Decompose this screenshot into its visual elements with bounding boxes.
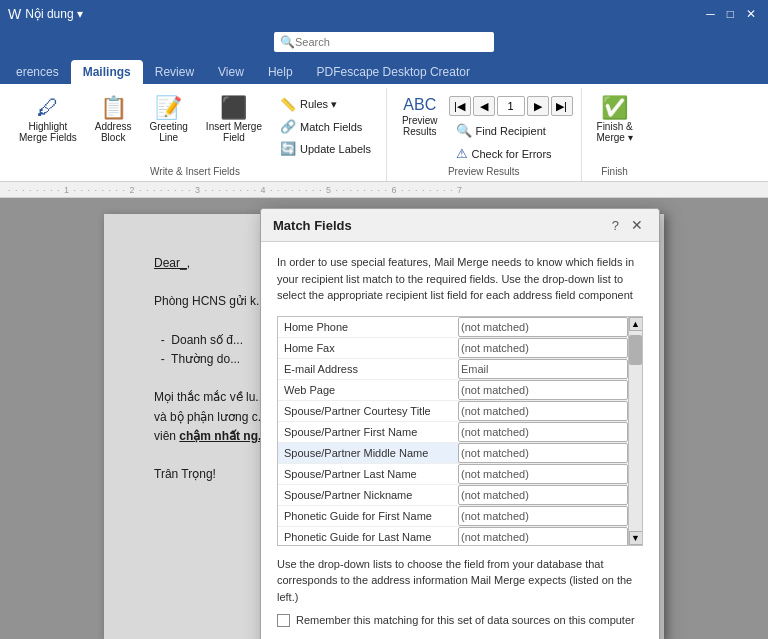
select-wrap-spouse-middle: (not matched) [458,443,628,463]
modal-description: In order to use special features, Mail M… [277,254,643,304]
match-row-web: Web Page (not matched) [278,380,628,401]
field-select-home-fax[interactable]: (not matched) [458,338,628,358]
match-row-spouse-nickname: Spouse/Partner Nickname (not matched) [278,485,628,506]
nav-controls: |◀ ◀ ▶ ▶| 🔍 Find Recipient [449,92,573,164]
update-labels-icon: 🔄 [280,141,296,156]
nav-next-btn[interactable]: ▶ [527,96,549,116]
modal-overlay: Match Fields ? ✕ In order to use special… [0,198,768,639]
modal-body: In order to use special features, Mail M… [261,242,659,639]
select-wrap-spouse-nickname: (not matched) [458,485,628,505]
select-wrap-phonetic-first: (not matched) [458,506,628,526]
tab-mailings[interactable]: Mailings [71,60,143,84]
preview-results-btn[interactable]: ABC PreviewResults [395,92,445,142]
nav-row: |◀ ◀ ▶ ▶| [449,96,573,116]
write-insert-fields-group: 🖊 HighlightMerge Fields 📋 AddressBlock 📝… [4,88,387,181]
address-block-btn[interactable]: 📋 AddressBlock [88,92,139,148]
preview-col: 🔍 Find Recipient ⚠ Check for Errors [449,118,573,164]
scrollbar-thumb[interactable] [629,335,642,365]
check-errors-btn[interactable]: ⚠ Check for Errors [449,143,573,164]
preview-results-label: PreviewResults [402,115,438,137]
field-select-email[interactable]: Email (not matched) [458,359,628,379]
field-label-spouse-last: Spouse/Partner Last Name [278,465,458,483]
insert-merge-label: Insert MergeField [206,121,262,143]
update-labels-btn[interactable]: 🔄 Update Labels [273,138,378,159]
checkbox-row: Remember this matching for this set of d… [277,613,643,628]
search-input-wrap[interactable]: 🔍 [274,32,494,52]
search-input[interactable] [295,36,488,48]
preview-results-items: ABC PreviewResults |◀ ◀ ▶ ▶| [395,88,573,164]
insert-merge-field-btn[interactable]: ⬛ Insert MergeField [199,92,269,148]
field-select-spouse-middle[interactable]: (not matched) [458,443,628,463]
match-fields-label: Match Fields [300,121,362,133]
find-recipient-label: Find Recipient [476,125,546,137]
match-table-scroll[interactable]: Home Phone (not matched) Home Fax [278,317,628,545]
nav-last-btn[interactable]: ▶| [551,96,573,116]
finish-group: ✅ Finish &Merge ▾ Finish [582,88,648,181]
field-label-home-phone: Home Phone [278,318,458,336]
field-select-spouse-nickname[interactable]: (not matched) [458,485,628,505]
search-icon: 🔍 [280,35,295,49]
tab-view[interactable]: View [206,60,256,84]
field-label-spouse-first: Spouse/Partner First Name [278,423,458,441]
tab-erences[interactable]: erences [4,60,71,84]
select-wrap-spouse-last: (not matched) [458,464,628,484]
window-controls: ─ □ ✕ [702,7,760,21]
search-bar: 🔍 [0,28,768,56]
match-row-home-phone: Home Phone (not matched) [278,317,628,338]
match-row-spouse-middle: Spouse/Partner Middle Name (not matched) [278,443,628,464]
preview-results-group: ABC PreviewResults |◀ ◀ ▶ ▶| [387,88,582,181]
modal-help-btn[interactable]: ? [612,218,619,233]
select-wrap-home-phone: (not matched) [458,317,628,337]
nav-prev-btn[interactable]: ◀ [473,96,495,116]
nav-page-input[interactable] [497,96,525,116]
finish-merge-btn[interactable]: ✅ Finish &Merge ▾ [590,92,640,148]
ribbon-content: 🖊 HighlightMerge Fields 📋 AddressBlock 📝… [0,84,768,181]
field-label-phonetic-first: Phonetic Guide for First Name [278,507,458,525]
tab-pdfescape[interactable]: PDFescape Desktop Creator [305,60,482,84]
scrollbar-up-btn[interactable]: ▲ [629,317,643,331]
scrollbar-down-btn[interactable]: ▼ [629,531,643,545]
update-labels-label: Update Labels [300,143,371,155]
app-icon: W [8,6,21,22]
close-btn[interactable]: ✕ [742,7,760,21]
preview-results-label-bottom: Preview Results [395,164,573,181]
modal-note: Use the drop-down lists to choose the fi… [277,556,643,606]
tab-help[interactable]: Help [256,60,305,84]
scrollbar-track [629,331,642,531]
finish-label: Finish [590,164,640,181]
title-bar-left: W Nội dung ▾ [8,6,83,22]
field-label-spouse-courtesy: Spouse/Partner Courtesy Title [278,402,458,420]
match-row-home-fax: Home Fax (not matched) [278,338,628,359]
check-errors-label: Check for Errors [472,148,552,160]
field-label-home-fax: Home Fax [278,339,458,357]
field-select-phonetic-first[interactable]: (not matched) [458,506,628,526]
remember-label: Remember this matching for this set of d… [296,613,635,628]
rules-btn[interactable]: 📏 Rules ▾ [273,94,378,115]
match-row-spouse-first: Spouse/Partner First Name (not matched) [278,422,628,443]
nav-first-btn[interactable]: |◀ [449,96,471,116]
field-select-home-phone[interactable]: (not matched) [458,317,628,337]
field-select-spouse-first[interactable]: (not matched) [458,422,628,442]
field-select-web[interactable]: (not matched) [458,380,628,400]
minimize-btn[interactable]: ─ [702,7,719,21]
greeting-line-icon: 📝 [155,97,182,119]
field-select-phonetic-last[interactable]: (not matched) [458,527,628,545]
ribbon-tabs: erences Mailings Review View Help PDFesc… [0,56,768,84]
match-fields-btn[interactable]: 🔗 Match Fields [273,116,378,137]
field-select-spouse-courtesy[interactable]: (not matched) [458,401,628,421]
match-fields-dialog: Match Fields ? ✕ In order to use special… [260,208,660,639]
field-select-spouse-last[interactable]: (not matched) [458,464,628,484]
find-recipient-icon: 🔍 [456,123,472,138]
document-menu[interactable]: Nội dung ▾ [25,7,83,21]
highlight-merge-fields-btn[interactable]: 🖊 HighlightMerge Fields [12,92,84,148]
greeting-line-btn[interactable]: 📝 GreetingLine [143,92,195,148]
ribbon: erences Mailings Review View Help PDFesc… [0,56,768,182]
tab-review[interactable]: Review [143,60,206,84]
find-recipient-btn[interactable]: 🔍 Find Recipient [449,120,573,141]
maximize-btn[interactable]: □ [723,7,738,21]
remember-checkbox[interactable] [277,614,290,627]
match-row-phonetic-first: Phonetic Guide for First Name (not match… [278,506,628,527]
field-label-phonetic-last: Phonetic Guide for Last Name [278,528,458,545]
select-wrap-phonetic-last: (not matched) [458,527,628,545]
modal-close-btn[interactable]: ✕ [627,215,647,235]
